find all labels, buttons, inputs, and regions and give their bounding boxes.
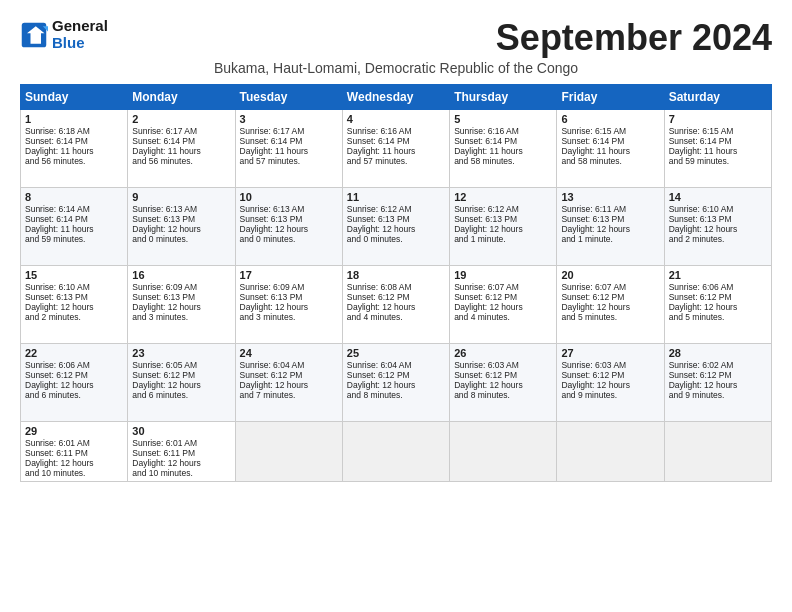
cell-text: Sunset: 6:14 PM — [347, 136, 445, 146]
cell-text: Sunrise: 6:07 AM — [561, 282, 659, 292]
day-number: 11 — [347, 191, 445, 203]
col-friday: Friday — [557, 84, 664, 109]
cell-text: and 7 minutes. — [240, 390, 338, 400]
table-row — [450, 421, 557, 481]
cell-text: and 1 minute. — [454, 234, 552, 244]
cell-text: Sunrise: 6:12 AM — [347, 204, 445, 214]
cell-text: and 3 minutes. — [240, 312, 338, 322]
day-number: 5 — [454, 113, 552, 125]
cell-text: Sunrise: 6:12 AM — [454, 204, 552, 214]
cell-text: Daylight: 12 hours — [561, 302, 659, 312]
cell-text: and 4 minutes. — [454, 312, 552, 322]
table-row: 13Sunrise: 6:11 AMSunset: 6:13 PMDayligh… — [557, 187, 664, 265]
cell-text: Sunset: 6:12 PM — [132, 370, 230, 380]
table-row — [342, 421, 449, 481]
cell-text: Sunrise: 6:16 AM — [454, 126, 552, 136]
table-row — [664, 421, 771, 481]
table-row: 5Sunrise: 6:16 AMSunset: 6:14 PMDaylight… — [450, 109, 557, 187]
cell-text: Daylight: 12 hours — [132, 458, 230, 468]
cell-text: Sunrise: 6:06 AM — [669, 282, 767, 292]
cell-text: Daylight: 11 hours — [669, 146, 767, 156]
cell-text: Sunset: 6:14 PM — [25, 214, 123, 224]
cell-text: Daylight: 12 hours — [25, 380, 123, 390]
cell-text: Sunset: 6:12 PM — [240, 370, 338, 380]
cell-text: Sunrise: 6:08 AM — [347, 282, 445, 292]
cell-text: Sunrise: 6:09 AM — [132, 282, 230, 292]
cell-text: Sunrise: 6:13 AM — [240, 204, 338, 214]
top-row: General Blue September 2024 — [20, 18, 772, 58]
cell-text: Sunrise: 6:03 AM — [454, 360, 552, 370]
cell-text: Sunrise: 6:17 AM — [240, 126, 338, 136]
cell-text: and 0 minutes. — [347, 234, 445, 244]
cell-text: Sunset: 6:14 PM — [240, 136, 338, 146]
month-title: September 2024 — [496, 18, 772, 58]
day-number: 19 — [454, 269, 552, 281]
logo-text: General Blue — [52, 18, 108, 51]
cell-text: Daylight: 12 hours — [454, 302, 552, 312]
cell-text: Sunrise: 6:04 AM — [240, 360, 338, 370]
cell-text: and 2 minutes. — [669, 234, 767, 244]
table-row: 22Sunrise: 6:06 AMSunset: 6:12 PMDayligh… — [21, 343, 128, 421]
day-number: 20 — [561, 269, 659, 281]
cell-text: and 0 minutes. — [132, 234, 230, 244]
table-row: 14Sunrise: 6:10 AMSunset: 6:13 PMDayligh… — [664, 187, 771, 265]
cell-text: Sunset: 6:12 PM — [347, 370, 445, 380]
table-row: 25Sunrise: 6:04 AMSunset: 6:12 PMDayligh… — [342, 343, 449, 421]
cell-text: Sunset: 6:13 PM — [561, 214, 659, 224]
cell-text: and 56 minutes. — [132, 156, 230, 166]
cell-text: Sunrise: 6:05 AM — [132, 360, 230, 370]
cell-text: Sunset: 6:14 PM — [669, 136, 767, 146]
cell-text: Daylight: 12 hours — [132, 302, 230, 312]
cell-text: Daylight: 11 hours — [132, 146, 230, 156]
cell-text: and 1 minute. — [561, 234, 659, 244]
cell-text: and 2 minutes. — [25, 312, 123, 322]
cell-text: Daylight: 11 hours — [25, 146, 123, 156]
day-number: 9 — [132, 191, 230, 203]
header-right: September 2024 — [496, 18, 772, 58]
table-row: 2Sunrise: 6:17 AMSunset: 6:14 PMDaylight… — [128, 109, 235, 187]
cell-text: Sunset: 6:12 PM — [561, 292, 659, 302]
cell-text: Daylight: 12 hours — [240, 380, 338, 390]
cell-text: Daylight: 12 hours — [454, 380, 552, 390]
day-number: 18 — [347, 269, 445, 281]
cell-text: Daylight: 11 hours — [454, 146, 552, 156]
cell-text: and 57 minutes. — [240, 156, 338, 166]
cell-text: Sunset: 6:13 PM — [25, 292, 123, 302]
day-number: 29 — [25, 425, 123, 437]
cell-text: Daylight: 12 hours — [240, 302, 338, 312]
cell-text: Sunset: 6:13 PM — [240, 214, 338, 224]
table-row: 23Sunrise: 6:05 AMSunset: 6:12 PMDayligh… — [128, 343, 235, 421]
cell-text: and 57 minutes. — [347, 156, 445, 166]
table-row — [235, 421, 342, 481]
cell-text: Sunrise: 6:11 AM — [561, 204, 659, 214]
day-number: 27 — [561, 347, 659, 359]
day-number: 13 — [561, 191, 659, 203]
table-row: 24Sunrise: 6:04 AMSunset: 6:12 PMDayligh… — [235, 343, 342, 421]
header-row: Sunday Monday Tuesday Wednesday Thursday… — [21, 84, 772, 109]
cell-text: and 56 minutes. — [25, 156, 123, 166]
cell-text: Sunset: 6:12 PM — [25, 370, 123, 380]
cell-text: Daylight: 12 hours — [132, 224, 230, 234]
cell-text: Sunset: 6:13 PM — [454, 214, 552, 224]
cell-text: and 59 minutes. — [25, 234, 123, 244]
day-number: 15 — [25, 269, 123, 281]
location-title: Bukama, Haut-Lomami, Democratic Republic… — [20, 60, 772, 76]
cell-text: Sunrise: 6:01 AM — [25, 438, 123, 448]
cell-text: Sunset: 6:14 PM — [25, 136, 123, 146]
cell-text: Daylight: 12 hours — [347, 224, 445, 234]
day-number: 1 — [25, 113, 123, 125]
table-row: 11Sunrise: 6:12 AMSunset: 6:13 PMDayligh… — [342, 187, 449, 265]
logo: General Blue — [20, 18, 108, 51]
cell-text: Daylight: 11 hours — [561, 146, 659, 156]
day-number: 26 — [454, 347, 552, 359]
day-number: 30 — [132, 425, 230, 437]
logo-icon — [20, 21, 48, 49]
cell-text: and 6 minutes. — [25, 390, 123, 400]
table-row: 18Sunrise: 6:08 AMSunset: 6:12 PMDayligh… — [342, 265, 449, 343]
table-row: 30Sunrise: 6:01 AMSunset: 6:11 PMDayligh… — [128, 421, 235, 481]
page: General Blue September 2024 Bukama, Haut… — [0, 0, 792, 612]
cell-text: and 9 minutes. — [669, 390, 767, 400]
col-monday: Monday — [128, 84, 235, 109]
day-number: 6 — [561, 113, 659, 125]
cell-text: Sunset: 6:12 PM — [454, 370, 552, 380]
